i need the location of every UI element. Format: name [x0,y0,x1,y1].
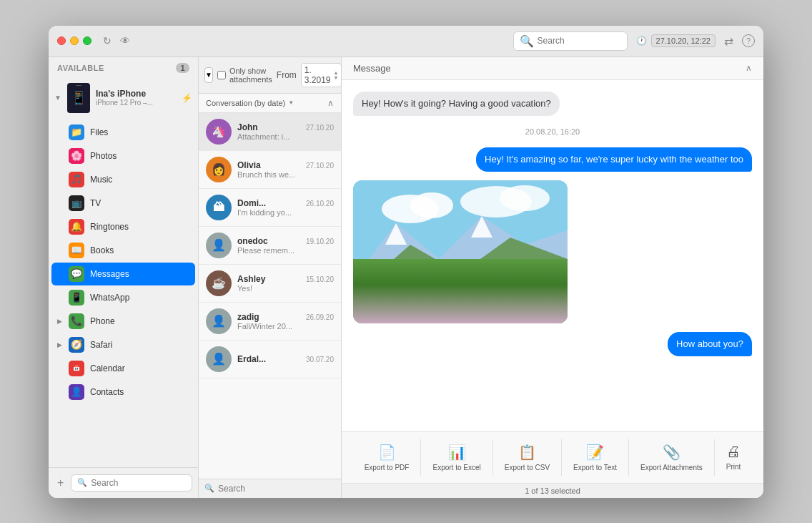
refresh-icon[interactable]: ↻ [103,35,112,47]
sidebar-footer: + 🔍 [49,467,198,498]
conv-name: Erdal... [237,354,266,364]
export-label: Export to PDF [365,464,410,471]
export-icon: 📎 [663,444,680,461]
svg-point-11 [496,308,568,323]
item-icon-calendar: 📅 [69,361,84,376]
export-button-export-to-csv[interactable]: 📋 Export to CSV [493,439,562,476]
close-button[interactable] [57,36,66,45]
export-label: Export to CSV [505,464,550,471]
help-button[interactable]: ? [742,34,755,47]
device-icon: 📱 [67,83,90,113]
conversation-item[interactable]: 👩 Olivia 27.10.20 Brunch this we... [199,151,341,189]
sidebar-item-files[interactable]: 📁 Files [51,121,195,144]
device-row[interactable]: ▼ 📱 Ina's iPhone iPhone 12 Pro –... ⚡ [49,79,198,117]
attachments-checkbox[interactable] [217,71,226,79]
search-input[interactable] [538,36,621,46]
conversation-item[interactable]: 👤 Erdal... 30.07.20 [199,341,341,378]
titlebar-right: 🔍 🕐 27.10.20, 12:22 ⇄ ? [513,31,755,51]
sidebar-item-photos[interactable]: 🌸 Photos [51,145,195,167]
panel-search[interactable]: 🔍 [199,479,341,498]
sidebar-item-messages[interactable]: 💬 Messages [51,263,195,285]
sidebar-item-phone[interactable]: ▶ 📞 Phone [51,310,195,333]
export-label: Export to Excel [432,464,480,471]
conv-info: Olivia 27.10.20 Brunch this we... [237,160,334,179]
conv-date: 26.09.20 [306,313,334,321]
conversation-item[interactable]: ☕ Ashley 15.10.20 Yes! [199,265,341,303]
conversation-search-input[interactable] [218,484,335,494]
global-search[interactable]: 🔍 [513,31,628,51]
expand-arrow[interactable]: ▼ [54,94,61,102]
conv-date: 27.10.20 [306,162,334,170]
conv-info: Ashley 15.10.20 Yes! [237,274,334,293]
timestamp-value[interactable]: 27.10.20, 12:22 [651,34,716,47]
search-icon: 🔍 [77,478,87,487]
sidebar-item-whatsapp[interactable]: 📱 WhatsApp [51,286,195,309]
conv-date: 27.10.20 [306,124,334,132]
eye-icon[interactable]: 👁 [120,35,130,47]
export-label: Print [726,463,741,471]
svg-point-12 [425,313,510,323]
from-date[interactable]: 1. 3.2019 ▲ ▼ [301,63,342,87]
message-sent: Hey! It's amazing so far, we're super lu… [476,147,752,172]
chat-title: Message [353,63,391,74]
svg-point-4 [500,185,550,211]
conv-name: Olivia [237,160,261,170]
sidebar-item-music[interactable]: 🎵 Music [51,168,195,191]
sidebar-item-calendar[interactable]: 📅 Calendar [51,357,195,380]
titlebar-icons: ↻ 👁 [103,35,130,47]
add-button[interactable]: + [54,474,66,492]
message-received: Hey! How's it going? Having a good vacat… [353,92,560,116]
export-button-export-to-pdf[interactable]: 📄 Export to PDF [353,439,422,476]
item-label: Files [90,127,108,137]
conv-info: John 27.10.20 Attachment: i... [237,122,334,141]
item-icon-phone: 📞 [69,313,84,329]
conversation-item[interactable]: 👤 zadig 26.09.20 Fall/Winter 20... [199,303,341,341]
messages-panel: ▼ Only show attachments From 1. 3.2019 ▲… [199,57,342,498]
transfer-icon[interactable]: ⇄ [724,34,733,48]
conv-info: Domi... 26.10.20 I'm kidding yo... [237,198,334,217]
minimize-button[interactable] [70,36,79,45]
svg-point-10 [367,302,425,323]
export-button-print[interactable]: 🖨 Print [715,439,753,475]
chat-messages: Hey! How's it going? Having a good vacat… [342,80,763,431]
sidebar-item-safari[interactable]: ▶ 🧭 Safari [51,333,195,356]
sidebar-item-tv[interactable]: 📺 TV [51,192,195,215]
conv-date: 19.10.20 [306,238,334,245]
chat-area: Message ∧ Hey! How's it going? Having a … [342,57,763,498]
from-label: From [277,70,297,80]
conversation-item[interactable]: 🦄 John 27.10.20 Attachment: i... [199,113,341,151]
item-label: TV [90,198,101,208]
item-label: Calendar [90,363,125,373]
export-button-export-attachments[interactable]: 📎 Export Attachments [629,439,715,476]
export-icon: 🖨 [726,444,741,460]
item-label: Phone [90,316,115,326]
dropdown-button[interactable]: ▼ [204,67,213,83]
sidebar-item-ringtones[interactable]: 🔔 Ringtones [51,215,195,238]
conv-date: 30.07.20 [306,356,334,363]
conversation-item[interactable]: 👤 onedoc 19.10.20 Please remem... [199,227,341,265]
attachments-filter[interactable]: Only show attachments [217,67,272,84]
conv-info: onedoc 19.10.20 Please remem... [237,236,334,255]
export-button-export-to-text[interactable]: 📝 Export to Text [562,439,629,476]
message-image [353,180,568,323]
mountain-image [353,180,568,323]
item-icon-messages: 💬 [69,266,84,282]
sidebar-search-input[interactable] [91,478,186,488]
collapse-button[interactable]: ∧ [327,98,334,108]
device-name: Ina's iPhone [96,89,176,99]
chevron-down-icon[interactable]: ▼ [288,99,294,106]
svg-point-2 [410,192,453,218]
sidebar-search[interactable]: 🔍 [71,474,192,492]
sidebar-item-books[interactable]: 📖 Books [51,239,195,262]
export-icon: 📄 [378,444,396,461]
from-date-stepper[interactable]: ▲ ▼ [334,70,339,80]
item-label: Safari [90,340,112,350]
collapse-chat-icon[interactable]: ∧ [746,63,752,73]
export-button-export-to-excel[interactable]: 📊 Export to Excel [421,439,492,476]
sidebar-item-contacts[interactable]: 👤 Contacts [51,381,195,404]
item-label: Books [90,245,114,255]
conversation-sort[interactable]: Conversation (by date) ▼ [206,99,294,107]
item-icon-books: 📖 [69,243,84,258]
conversation-item[interactable]: 🏔 Domi... 26.10.20 I'm kidding yo... [199,189,341,227]
maximize-button[interactable] [83,36,91,45]
